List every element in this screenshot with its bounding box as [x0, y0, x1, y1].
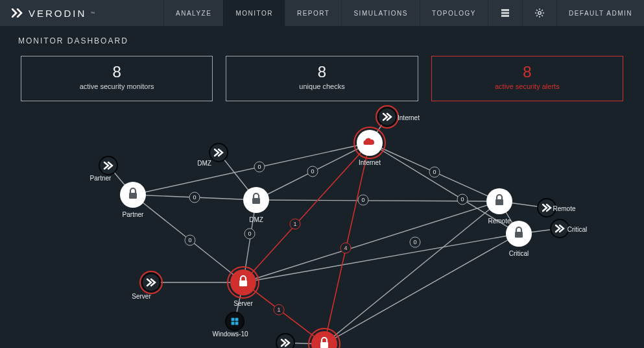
nav-user[interactable]: DEFAULT ADMIN	[556, 0, 644, 26]
gear-icon	[534, 8, 545, 18]
stat-monitors-value: 8	[25, 63, 208, 81]
node-partner-ext[interactable]: Partner	[90, 156, 117, 182]
svg-text:Remote: Remote	[488, 218, 510, 225]
nav-settings[interactable]	[522, 0, 556, 26]
svg-line-20	[133, 143, 370, 195]
svg-line-10	[542, 10, 543, 11]
svg-text:0: 0	[361, 197, 364, 203]
node-server[interactable]: Server	[228, 267, 259, 307]
stat-checks-label: unique checks	[230, 82, 413, 90]
node-remote[interactable]: Remote	[486, 188, 512, 225]
stat-monitors[interactable]: 8 active security monitors	[21, 56, 213, 101]
stat-alerts[interactable]: 8 active security alerts	[431, 56, 623, 101]
nav-analyze[interactable]: ANALYZE	[163, 0, 223, 26]
svg-line-8	[536, 10, 538, 11]
node-internet-ext[interactable]: Internet	[376, 106, 420, 128]
svg-text:4: 4	[344, 245, 347, 251]
brand-logo: VERODIN ™	[0, 0, 104, 26]
stat-monitors-label: active security monitors	[25, 82, 208, 90]
svg-text:Internet: Internet	[398, 114, 420, 121]
svg-text:Server: Server	[233, 300, 253, 307]
topology-graph[interactable]: 0 0 0 0 0 0 0 0 0 1 1 4 Internet Interne…	[0, 104, 644, 348]
svg-point-94	[226, 312, 244, 330]
svg-line-28	[243, 234, 519, 282]
svg-text:Internet: Internet	[359, 159, 381, 166]
stat-alerts-value: 8	[436, 63, 619, 81]
node-bottom[interactable]	[309, 329, 340, 348]
node-remote-ext[interactable]: Remote	[538, 199, 576, 217]
svg-text:Partner: Partner	[123, 211, 144, 218]
svg-text:0: 0	[257, 164, 261, 170]
page-title: MONITOR DASHBOARD	[0, 26, 644, 56]
stat-checks-value: 8	[230, 63, 413, 81]
svg-text:0: 0	[188, 237, 191, 243]
svg-text:Remote: Remote	[553, 205, 575, 212]
app-header: VERODIN ™ ANALYZE MONITOR REPORT SIMULAT…	[0, 0, 644, 26]
svg-text:0: 0	[433, 169, 436, 175]
node-critical[interactable]: Critical	[506, 221, 532, 257]
svg-rect-0	[501, 9, 509, 11]
node-server-ext[interactable]: Server	[132, 271, 162, 300]
node-internet[interactable]: Internet	[354, 127, 385, 166]
stat-cards: 8 active security monitors 8 unique chec…	[0, 56, 644, 101]
node-dmz-ext[interactable]: DMZ	[197, 143, 228, 167]
svg-text:Critical: Critical	[567, 226, 588, 233]
svg-rect-2	[501, 15, 509, 17]
storage-icon	[500, 8, 510, 18]
nav-topology[interactable]: TOPOLOGY	[420, 0, 488, 26]
nav-monitor[interactable]: MONITOR	[223, 0, 285, 26]
stat-checks[interactable]: 8 unique checks	[226, 56, 418, 101]
svg-text:1: 1	[277, 306, 280, 313]
svg-line-11	[536, 15, 538, 16]
main-nav: ANALYZE MONITOR REPORT SIMULATIONS TOPOL…	[163, 0, 644, 26]
svg-rect-1	[501, 12, 509, 14]
nav-report[interactable]: REPORT	[285, 0, 342, 26]
svg-text:Server: Server	[132, 293, 151, 300]
edge-badges: 0 0 0 0 0 0 0 0 0 1 1 4	[185, 162, 468, 315]
svg-text:0: 0	[413, 239, 416, 245]
svg-text:0: 0	[311, 168, 314, 175]
edges	[108, 117, 560, 344]
svg-text:0: 0	[248, 230, 251, 237]
svg-text:DMZ: DMZ	[249, 216, 263, 223]
svg-text:Partner: Partner	[90, 175, 112, 182]
svg-text:1: 1	[293, 221, 296, 227]
svg-line-29	[324, 234, 519, 344]
node-partner[interactable]: Partner	[120, 182, 146, 218]
svg-line-30	[324, 201, 499, 344]
svg-text:0: 0	[460, 196, 464, 203]
svg-text:Critical: Critical	[509, 250, 529, 257]
node-bottom-ext[interactable]	[276, 334, 294, 348]
brand-chevron-icon	[12, 8, 25, 18]
brand-name: VERODIN	[29, 8, 86, 19]
brand-tm: ™	[90, 11, 95, 16]
svg-line-9	[542, 15, 543, 16]
stat-alerts-label: active security alerts	[436, 82, 619, 90]
svg-point-3	[538, 12, 541, 14]
node-critical-ext[interactable]: Critical	[551, 219, 587, 238]
nav-storage[interactable]	[488, 0, 522, 26]
nav-simulations[interactable]: SIMULATIONS	[341, 0, 420, 26]
node-dmz[interactable]: DMZ	[243, 187, 269, 223]
svg-text:DMZ: DMZ	[197, 160, 211, 167]
node-windows[interactable]	[226, 312, 244, 330]
svg-text:Windows-10: Windows-10	[212, 330, 248, 338]
svg-line-27	[243, 201, 499, 282]
svg-text:0: 0	[193, 194, 196, 201]
